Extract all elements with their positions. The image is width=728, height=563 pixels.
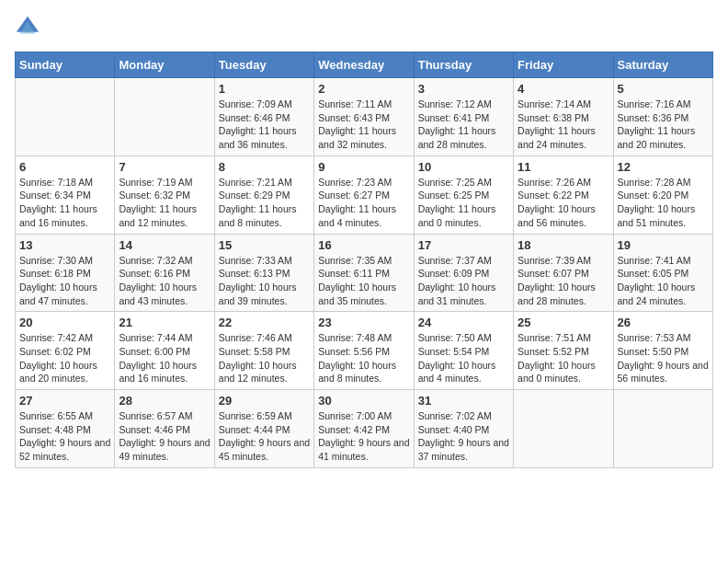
day-number: 2 <box>318 82 409 96</box>
calendar-cell: 22Sunrise: 7:46 AM Sunset: 5:58 PM Dayli… <box>214 312 313 390</box>
day-number: 24 <box>418 316 509 329</box>
day-number: 16 <box>318 238 409 252</box>
calendar-cell: 7Sunrise: 7:19 AM Sunset: 6:32 PM Daylig… <box>115 155 214 234</box>
calendar-cell: 3Sunrise: 7:12 AM Sunset: 6:41 PM Daylig… <box>414 78 513 156</box>
logo-icon <box>15 15 40 40</box>
calendar-cell: 23Sunrise: 7:48 AM Sunset: 5:56 PM Dayli… <box>314 312 414 390</box>
calendar-cell: 25Sunrise: 7:51 AM Sunset: 5:52 PM Dayli… <box>514 312 613 390</box>
day-info: Sunrise: 7:50 AM Sunset: 5:54 PM Dayligh… <box>418 331 509 385</box>
day-number: 4 <box>518 82 609 96</box>
calendar-cell: 9Sunrise: 7:23 AM Sunset: 6:27 PM Daylig… <box>314 155 414 234</box>
header-saturday: Saturday <box>613 52 712 78</box>
calendar-cell: 17Sunrise: 7:37 AM Sunset: 6:09 PM Dayli… <box>414 234 513 312</box>
day-info: Sunrise: 7:25 AM Sunset: 6:25 PM Dayligh… <box>418 176 509 230</box>
day-info: Sunrise: 7:30 AM Sunset: 6:18 PM Dayligh… <box>19 254 110 308</box>
day-number: 11 <box>518 160 609 174</box>
page-header <box>15 15 713 40</box>
calendar-cell: 15Sunrise: 7:33 AM Sunset: 6:13 PM Dayli… <box>214 234 313 312</box>
calendar-body: 1Sunrise: 7:09 AM Sunset: 6:46 PM Daylig… <box>16 78 713 468</box>
header-tuesday: Tuesday <box>214 52 313 78</box>
day-info: Sunrise: 7:11 AM Sunset: 6:43 PM Dayligh… <box>318 98 409 152</box>
day-number: 14 <box>119 238 210 252</box>
calendar-cell: 28Sunrise: 6:57 AM Sunset: 4:46 PM Dayli… <box>115 390 214 468</box>
day-number: 17 <box>418 238 509 252</box>
day-number: 19 <box>618 238 709 252</box>
day-number: 20 <box>19 316 110 329</box>
day-number: 21 <box>119 316 210 329</box>
day-number: 22 <box>219 316 310 329</box>
day-info: Sunrise: 7:44 AM Sunset: 6:00 PM Dayligh… <box>119 331 210 385</box>
day-info: Sunrise: 7:28 AM Sunset: 6:20 PM Dayligh… <box>618 176 709 230</box>
calendar-week-0: 1Sunrise: 7:09 AM Sunset: 6:46 PM Daylig… <box>16 78 713 156</box>
calendar-week-3: 20Sunrise: 7:42 AM Sunset: 6:02 PM Dayli… <box>16 312 713 390</box>
calendar-cell <box>613 390 712 468</box>
calendar-cell: 31Sunrise: 7:02 AM Sunset: 4:40 PM Dayli… <box>414 390 513 468</box>
header-friday: Friday <box>514 52 613 78</box>
calendar-cell: 6Sunrise: 7:18 AM Sunset: 6:34 PM Daylig… <box>16 155 115 234</box>
calendar-cell <box>514 390 613 468</box>
calendar-cell: 5Sunrise: 7:16 AM Sunset: 6:36 PM Daylig… <box>613 78 712 156</box>
calendar-cell <box>115 78 214 156</box>
day-number: 29 <box>219 394 310 408</box>
day-number: 13 <box>19 238 110 252</box>
calendar-cell: 26Sunrise: 7:53 AM Sunset: 5:50 PM Dayli… <box>613 312 712 390</box>
day-info: Sunrise: 7:41 AM Sunset: 6:05 PM Dayligh… <box>618 254 709 308</box>
day-info: Sunrise: 7:42 AM Sunset: 6:02 PM Dayligh… <box>19 331 110 385</box>
day-number: 23 <box>318 316 409 329</box>
day-info: Sunrise: 7:39 AM Sunset: 6:07 PM Dayligh… <box>518 254 609 308</box>
day-number: 28 <box>119 394 210 408</box>
calendar-cell <box>16 78 115 156</box>
day-number: 31 <box>418 394 509 408</box>
day-info: Sunrise: 7:51 AM Sunset: 5:52 PM Dayligh… <box>518 331 609 385</box>
day-info: Sunrise: 7:26 AM Sunset: 6:22 PM Dayligh… <box>518 176 609 230</box>
calendar-cell: 20Sunrise: 7:42 AM Sunset: 6:02 PM Dayli… <box>16 312 115 390</box>
calendar-cell: 13Sunrise: 7:30 AM Sunset: 6:18 PM Dayli… <box>16 234 115 312</box>
calendar-cell: 4Sunrise: 7:14 AM Sunset: 6:38 PM Daylig… <box>514 78 613 156</box>
calendar-table: SundayMondayTuesdayWednesdayThursdayFrid… <box>15 52 713 468</box>
day-number: 9 <box>318 160 409 174</box>
day-number: 6 <box>19 160 110 174</box>
day-number: 8 <box>219 160 310 174</box>
day-info: Sunrise: 7:02 AM Sunset: 4:40 PM Dayligh… <box>418 409 509 464</box>
day-number: 10 <box>418 160 509 174</box>
calendar-cell: 21Sunrise: 7:44 AM Sunset: 6:00 PM Dayli… <box>115 312 214 390</box>
calendar-cell: 27Sunrise: 6:55 AM Sunset: 4:48 PM Dayli… <box>16 390 115 468</box>
day-number: 15 <box>219 238 310 252</box>
day-info: Sunrise: 7:32 AM Sunset: 6:16 PM Dayligh… <box>119 254 210 308</box>
day-info: Sunrise: 7:00 AM Sunset: 4:42 PM Dayligh… <box>318 409 409 464</box>
day-info: Sunrise: 7:21 AM Sunset: 6:29 PM Dayligh… <box>219 176 310 230</box>
header-monday: Monday <box>115 52 214 78</box>
day-info: Sunrise: 7:37 AM Sunset: 6:09 PM Dayligh… <box>418 254 509 308</box>
day-number: 18 <box>518 238 609 252</box>
day-info: Sunrise: 7:48 AM Sunset: 5:56 PM Dayligh… <box>318 331 409 385</box>
day-number: 1 <box>219 82 310 96</box>
day-info: Sunrise: 7:53 AM Sunset: 5:50 PM Dayligh… <box>618 331 709 385</box>
calendar-week-1: 6Sunrise: 7:18 AM Sunset: 6:34 PM Daylig… <box>16 155 713 234</box>
day-number: 12 <box>618 160 709 174</box>
day-info: Sunrise: 7:35 AM Sunset: 6:11 PM Dayligh… <box>318 254 409 308</box>
calendar-cell: 14Sunrise: 7:32 AM Sunset: 6:16 PM Dayli… <box>115 234 214 312</box>
day-info: Sunrise: 7:12 AM Sunset: 6:41 PM Dayligh… <box>418 98 509 152</box>
calendar-cell: 29Sunrise: 6:59 AM Sunset: 4:44 PM Dayli… <box>214 390 313 468</box>
calendar-cell: 16Sunrise: 7:35 AM Sunset: 6:11 PM Dayli… <box>314 234 414 312</box>
calendar-cell: 12Sunrise: 7:28 AM Sunset: 6:20 PM Dayli… <box>613 155 712 234</box>
day-number: 5 <box>618 82 709 96</box>
day-info: Sunrise: 6:55 AM Sunset: 4:48 PM Dayligh… <box>19 409 110 464</box>
calendar-cell: 10Sunrise: 7:25 AM Sunset: 6:25 PM Dayli… <box>414 155 513 234</box>
header-wednesday: Wednesday <box>314 52 414 78</box>
day-info: Sunrise: 6:57 AM Sunset: 4:46 PM Dayligh… <box>119 409 210 464</box>
day-info: Sunrise: 7:19 AM Sunset: 6:32 PM Dayligh… <box>119 176 210 230</box>
calendar-cell: 19Sunrise: 7:41 AM Sunset: 6:05 PM Dayli… <box>613 234 712 312</box>
day-info: Sunrise: 7:14 AM Sunset: 6:38 PM Dayligh… <box>518 98 609 152</box>
day-number: 26 <box>618 316 709 329</box>
calendar-header-row: SundayMondayTuesdayWednesdayThursdayFrid… <box>16 52 713 78</box>
day-info: Sunrise: 7:46 AM Sunset: 5:58 PM Dayligh… <box>219 331 310 385</box>
day-info: Sunrise: 7:09 AM Sunset: 6:46 PM Dayligh… <box>219 98 310 152</box>
day-info: Sunrise: 6:59 AM Sunset: 4:44 PM Dayligh… <box>219 409 310 464</box>
day-number: 7 <box>119 160 210 174</box>
day-number: 3 <box>418 82 509 96</box>
calendar-cell: 1Sunrise: 7:09 AM Sunset: 6:46 PM Daylig… <box>214 78 313 156</box>
day-number: 25 <box>518 316 609 329</box>
calendar-cell: 30Sunrise: 7:00 AM Sunset: 4:42 PM Dayli… <box>314 390 414 468</box>
day-info: Sunrise: 7:16 AM Sunset: 6:36 PM Dayligh… <box>618 98 709 152</box>
